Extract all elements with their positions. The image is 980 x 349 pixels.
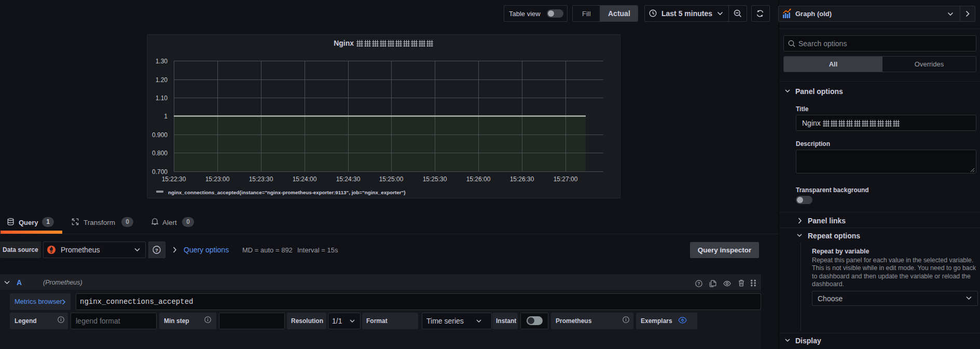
svg-text:0.700: 0.700 [152,168,168,176]
svg-text:1.30: 1.30 [156,58,168,65]
svg-text:?: ? [697,281,700,286]
svg-text:15:25:00: 15:25:00 [379,176,404,183]
svg-text:15:23:30: 15:23:30 [249,176,273,183]
svg-text:15:26:30: 15:26:30 [510,176,534,183]
svg-text:15:26:00: 15:26:00 [466,176,491,183]
svg-text:nginx_connections_accepted{ins: nginx_connections_accepted{instance="ngi… [168,190,406,195]
svg-text:15:24:30: 15:24:30 [336,176,361,183]
svg-text:15:27:00: 15:27:00 [554,176,578,183]
svg-text:1.10: 1.10 [156,95,168,102]
svg-text:15:24:00: 15:24:00 [293,176,317,183]
svg-text:15:25:30: 15:25:30 [423,176,447,183]
svg-text:0.800: 0.800 [152,150,168,157]
svg-text:1.20: 1.20 [156,76,168,84]
svg-text:0.900: 0.900 [152,131,168,139]
svg-text:?: ? [155,247,158,253]
svg-text:1: 1 [164,113,168,120]
svg-text:15:23:00: 15:23:00 [205,176,230,183]
svg-text:15:22:30: 15:22:30 [162,176,186,183]
